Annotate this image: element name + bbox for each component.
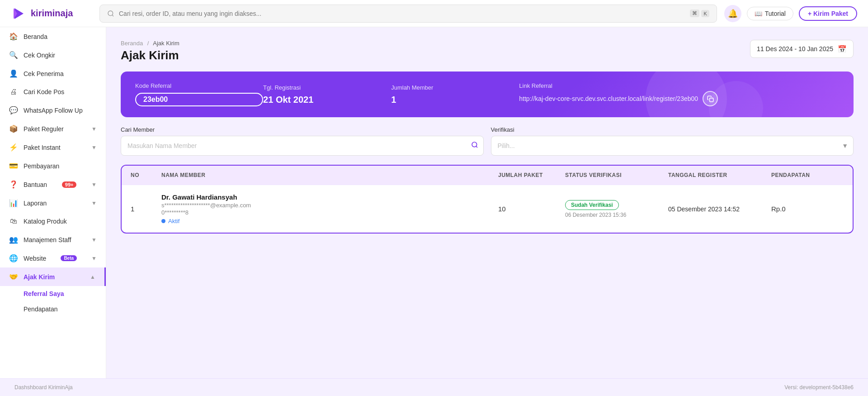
- k-badge: K: [701, 10, 709, 17]
- svg-point-5: [472, 142, 477, 147]
- status-active-dot: [161, 219, 165, 223]
- sidebar-item-whatsapp-follow-up[interactable]: 💬 WhatsApp Follow Up: [0, 101, 106, 119]
- global-search-input[interactable]: [119, 10, 685, 17]
- sidebar-submenu-ajak-kirim: Referral Saya Pendapatan: [0, 286, 106, 317]
- book-icon: 📖: [755, 10, 762, 17]
- sidebar-item-pembayaran[interactable]: 💳 Pembayaran: [0, 157, 106, 175]
- referral-member-col: Jumlah Member 1: [391, 84, 519, 105]
- verifikasi-label: Verifikasi: [491, 126, 854, 133]
- tgl-registrasi-label: Tgl. Registrasi: [263, 84, 391, 91]
- row-pendapatan: Rp.0: [771, 205, 844, 213]
- cari-member-input[interactable]: [121, 136, 484, 156]
- th-tanggal-register: TANGGAL REGISTER: [668, 172, 768, 178]
- svg-line-3: [112, 15, 113, 16]
- member-table: NO NAMA MEMBER JUMLAH PAKET STATUS VERIF…: [121, 165, 854, 234]
- sidebar-item-paket-reguler[interactable]: 📦 Paket Reguler ▼: [0, 119, 106, 138]
- date-range-picker[interactable]: 11 Des 2024 - 10 Jan 2025 📅: [750, 40, 854, 58]
- website-beta-badge: Beta: [61, 255, 77, 261]
- sidebar-item-cek-penerima[interactable]: 👤 Cek Penerima: [0, 64, 106, 83]
- sidebar-item-cari-kode-pos[interactable]: 🖨 Cari Kode Pos: [0, 83, 106, 101]
- jumlah-member-value: 1: [391, 95, 519, 105]
- kirim-paket-button[interactable]: + Kirim Paket: [799, 6, 857, 21]
- main-content: Beranda / Ajak Kirim Ajak Kirim 11 Des 2…: [106, 27, 868, 378]
- sidebar-label-cek-penerima: Cek Penerima: [24, 70, 64, 77]
- row-tanggal-register: 05 Desember 2023 14:52: [668, 205, 768, 213]
- sidebar-item-beranda[interactable]: 🏠 Beranda: [0, 27, 106, 46]
- sidebar-label-manajemen-staff: Manajemen Staff: [24, 236, 71, 243]
- page-title-section: Beranda / Ajak Kirim Ajak Kirim: [121, 40, 179, 62]
- sidebar-item-ajak-kirim[interactable]: 🤝 Ajak Kirim ▲: [0, 267, 106, 286]
- sidebar-item-katalog-produk[interactable]: 🛍 Katalog Produk: [0, 212, 106, 230]
- row-no: 1: [131, 205, 158, 213]
- sidebar-label-beranda: Beranda: [24, 33, 47, 40]
- cari-member-field: Cari Member: [121, 126, 484, 156]
- sidebar-sub-pendapatan[interactable]: Pendapatan: [24, 301, 106, 317]
- tgl-registrasi-value: 21 Okt 2021: [263, 95, 391, 105]
- catalog-icon: 🛍: [9, 217, 18, 225]
- chevron-down-icon: ▼: [91, 200, 97, 206]
- verifikasi-field: Verifikasi Pilih... Sudah Verifikasi Bel…: [491, 126, 854, 156]
- th-pendapatan: PENDAPATAN: [771, 172, 844, 178]
- sidebar-label-katalog-produk: Katalog Produk: [24, 218, 67, 225]
- breadcrumb-current: Ajak Kirim: [153, 40, 179, 47]
- sidebar-item-manajemen-staff[interactable]: 👥 Manajemen Staff ▼: [0, 230, 106, 249]
- verif-badge: Sudah Verifikasi: [565, 200, 619, 210]
- cari-member-input-wrap: [121, 136, 484, 156]
- copy-link-button[interactable]: [703, 91, 718, 106]
- ajak-kirim-icon: 🤝: [9, 272, 18, 281]
- main-layout: 🏠 Beranda 🔍 Cek Ongkir 👤 Cek Penerima 🖨 …: [0, 27, 868, 378]
- jumlah-member-label: Jumlah Member: [391, 84, 519, 91]
- referral-link-text: http://kaj-dev-core-srvc.dev.svc.cluster…: [519, 95, 698, 102]
- date-range-value: 11 Des 2024 - 10 Jan 2025: [757, 45, 833, 52]
- chevron-up-icon: ▲: [90, 274, 95, 280]
- global-search-bar[interactable]: ⌘ K: [99, 5, 717, 23]
- page-title: Ajak Kirim: [121, 48, 179, 62]
- logo-text: kiriminaja: [31, 8, 73, 19]
- sidebar-item-website[interactable]: 🌐 Website Beta ▼: [0, 249, 106, 267]
- sidebar-label-laporan: Laporan: [24, 200, 47, 207]
- th-no: NO: [131, 172, 158, 178]
- verifikasi-select-wrap: Pilih... Sudah Verifikasi Belum Verifika…: [491, 136, 854, 156]
- sidebar-item-paket-instant[interactable]: ⚡ Paket Instant ▼: [0, 138, 106, 157]
- sidebar-label-website: Website: [24, 255, 46, 262]
- row-member-info: Dr. Gawati Hardiansyah s****************…: [161, 193, 495, 224]
- sidebar-label-paket-instant: Paket Instant: [24, 144, 61, 151]
- member-status-row: Aktif: [161, 218, 495, 224]
- lightning-icon: ⚡: [9, 143, 18, 152]
- footer: Dashshboard KiriminAja Versi: developmen…: [0, 378, 868, 396]
- package-icon: 📦: [9, 124, 18, 133]
- sidebar-label-pembayaran: Pembayaran: [24, 162, 59, 170]
- sidebar-sub-referral-saya[interactable]: Referral Saya: [24, 286, 106, 301]
- chevron-down-icon: ▼: [91, 144, 97, 151]
- chevron-down-icon: ▼: [91, 181, 97, 188]
- whatsapp-icon: 💬: [9, 106, 18, 115]
- verifikasi-select[interactable]: Pilih... Sudah Verifikasi Belum Verifika…: [491, 136, 854, 156]
- sidebar-item-bantuan[interactable]: ❓ Bantuan 99+ ▼: [0, 175, 106, 194]
- member-phone: 0*********8: [161, 209, 495, 216]
- logo-icon: [11, 5, 27, 22]
- referral-link-row: http://kaj-dev-core-srvc.dev.svc.cluster…: [519, 91, 839, 106]
- cmd-badge: ⌘: [690, 10, 699, 17]
- topbar: kiriminaja ⌘ K 🔔 📖 Tutorial + Kirim Pake…: [0, 0, 868, 27]
- th-jumlah-paket: JUMLAH PAKET: [498, 172, 561, 178]
- sidebar-label-whatsapp-follow-up: WhatsApp Follow Up: [24, 107, 83, 114]
- row-status-verifikasi: Sudah Verifikasi 06 Desember 2023 15:36: [565, 200, 665, 218]
- breadcrumb-home[interactable]: Beranda: [121, 40, 143, 47]
- row-jumlah-paket: 10: [498, 205, 561, 213]
- globe-icon: 🌐: [9, 254, 18, 262]
- sidebar-item-laporan[interactable]: 📊 Laporan ▼: [0, 194, 106, 212]
- copy-icon: [707, 95, 714, 102]
- sidebar-item-cek-ongkir[interactable]: 🔍 Cek Ongkir: [0, 46, 106, 64]
- kirim-paket-label: + Kirim Paket: [808, 10, 848, 17]
- bantuan-badge: 99+: [62, 181, 77, 188]
- sidebar-label-ajak-kirim: Ajak Kirim: [24, 273, 55, 281]
- tutorial-button[interactable]: 📖 Tutorial: [747, 7, 793, 20]
- referral-banner: Kode Referral 23eb00 Tgl. Registrasi 21 …: [121, 72, 854, 117]
- member-name: Dr. Gawati Hardiansyah: [161, 193, 495, 201]
- notification-button[interactable]: 🔔: [724, 5, 741, 22]
- tutorial-label: Tutorial: [765, 10, 786, 17]
- search-member-icon: [471, 141, 478, 150]
- sidebar-label-cek-ongkir: Cek Ongkir: [24, 52, 55, 59]
- search-icon: 🔍: [9, 51, 18, 59]
- topbar-actions: 🔔 📖 Tutorial + Kirim Paket: [724, 5, 857, 22]
